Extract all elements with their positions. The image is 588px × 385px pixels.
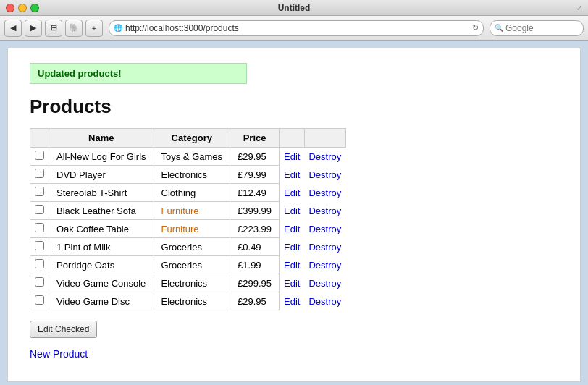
address-bar-container[interactable]: 🌐 ↻ (109, 20, 484, 36)
minimize-button[interactable] (18, 4, 27, 12)
edit-link[interactable]: Edit (284, 151, 300, 162)
row-checkbox-cell[interactable] (30, 166, 49, 184)
destroy-link[interactable]: Destroy (308, 242, 341, 253)
search-container[interactable]: 🔍 (490, 20, 584, 36)
table-row: Porridge Oats Groceries £1.99 Edit Destr… (30, 256, 346, 274)
row-destroy-cell[interactable]: Destroy (304, 148, 345, 166)
row-checkbox[interactable] (35, 151, 44, 160)
row-destroy-cell[interactable]: Destroy (304, 238, 345, 256)
row-name: Video Game Console (49, 274, 154, 292)
row-edit-cell[interactable]: Edit (280, 148, 305, 166)
row-destroy-cell[interactable]: Destroy (304, 166, 345, 184)
row-checkbox-cell[interactable] (30, 274, 49, 292)
row-checkbox-cell[interactable] (30, 292, 49, 310)
row-edit-cell[interactable]: Edit (280, 274, 305, 292)
forward-button[interactable]: ▶ (25, 20, 42, 37)
row-name: Video Game Disc (49, 292, 154, 310)
destroy-link[interactable]: Destroy (308, 224, 341, 234)
row-checkbox-cell[interactable] (30, 148, 49, 166)
window-controls[interactable] (6, 4, 39, 12)
row-name: Oak Coffee Table (49, 220, 154, 238)
col-header-edit (280, 129, 305, 148)
edit-link[interactable]: Edit (284, 187, 300, 198)
table-row: Video Game Console Electronics £299.95 E… (30, 274, 346, 292)
row-name: DVD Player (49, 166, 154, 184)
destroy-link[interactable]: Destroy (308, 278, 341, 289)
destroy-link[interactable]: Destroy (308, 260, 341, 271)
col-header-checkbox (30, 129, 49, 148)
new-product-link[interactable]: New Product (30, 348, 558, 360)
row-destroy-cell[interactable]: Destroy (304, 184, 345, 202)
row-checkbox-cell[interactable] (30, 238, 49, 256)
row-price: £1.99 (230, 256, 280, 274)
bookmark-button[interactable]: ⊞ (45, 20, 62, 37)
destroy-link[interactable]: Destroy (308, 187, 341, 198)
col-header-category: Category (154, 129, 230, 148)
row-checkbox-cell[interactable] (30, 256, 49, 274)
row-destroy-cell[interactable]: Destroy (304, 274, 345, 292)
col-header-name: Name (49, 129, 154, 148)
row-edit-cell[interactable]: Edit (280, 238, 305, 256)
row-category: Toys & Games (154, 148, 230, 166)
row-checkbox[interactable] (35, 169, 44, 178)
row-checkbox[interactable] (35, 259, 44, 268)
add-tab-button[interactable]: + (85, 20, 103, 37)
edit-link[interactable]: Edit (284, 260, 300, 271)
row-price: £79.99 (230, 166, 280, 184)
row-price: £0.49 (230, 238, 280, 256)
row-price: £12.49 (230, 184, 280, 202)
row-edit-cell[interactable]: Edit (280, 256, 305, 274)
row-checkbox[interactable] (35, 241, 44, 250)
row-category: Electronics (154, 166, 230, 184)
destroy-link[interactable]: Destroy (308, 206, 341, 216)
address-input[interactable] (125, 23, 472, 33)
destroy-link[interactable]: Destroy (308, 169, 341, 180)
edit-link[interactable]: Edit (284, 206, 300, 216)
row-destroy-cell[interactable]: Destroy (304, 220, 345, 238)
row-price: £223.99 (230, 220, 280, 238)
edit-link[interactable]: Edit (284, 242, 300, 253)
row-checkbox-cell[interactable] (30, 184, 49, 202)
table-row: Stereolab T-Shirt Clothing £12.49 Edit D… (30, 184, 346, 202)
destroy-link[interactable]: Destroy (308, 296, 341, 307)
row-name: 1 Pint of Milk (49, 238, 154, 256)
browser-content: Updated products! Products Name Category… (0, 41, 588, 385)
search-icon: 🔍 (495, 24, 503, 32)
close-button[interactable] (6, 4, 14, 12)
row-edit-cell[interactable]: Edit (280, 202, 305, 220)
edit-link[interactable]: Edit (284, 296, 300, 307)
edit-link[interactable]: Edit (284, 169, 300, 180)
row-edit-cell[interactable]: Edit (280, 292, 305, 310)
row-price: £29.95 (230, 148, 280, 166)
row-checkbox-cell[interactable] (30, 202, 49, 220)
back-button[interactable]: ◀ (4, 20, 22, 37)
edit-checked-button[interactable]: Edit Checked (30, 321, 97, 338)
row-checkbox-cell[interactable] (30, 220, 49, 238)
row-name: Black Leather Sofa (49, 202, 154, 220)
row-edit-cell[interactable]: Edit (280, 166, 305, 184)
edit-link[interactable]: Edit (284, 278, 300, 289)
row-price: £299.95 (230, 274, 280, 292)
maximize-button[interactable] (30, 4, 39, 12)
row-checkbox[interactable] (35, 295, 44, 305)
row-checkbox[interactable] (35, 187, 44, 196)
address-icon: 🌐 (114, 24, 122, 32)
row-destroy-cell[interactable]: Destroy (304, 292, 345, 310)
row-destroy-cell[interactable]: Destroy (304, 256, 345, 274)
search-input[interactable] (505, 23, 579, 33)
row-edit-cell[interactable]: Edit (280, 220, 305, 238)
edit-link[interactable]: Edit (284, 224, 300, 234)
row-checkbox[interactable] (35, 277, 44, 287)
destroy-link[interactable]: Destroy (308, 151, 341, 162)
extensions-button[interactable]: 🐘 (65, 20, 83, 37)
row-destroy-cell[interactable]: Destroy (304, 202, 345, 220)
table-row: All-New Log For Girls Toys & Games £29.9… (30, 148, 346, 166)
row-edit-cell[interactable]: Edit (280, 184, 305, 202)
row-category: Clothing (154, 184, 230, 202)
reload-button[interactable]: ↻ (472, 23, 479, 33)
row-checkbox[interactable] (35, 223, 44, 232)
table-row: Black Leather Sofa Furniture £399.99 Edi… (30, 202, 346, 220)
row-category: Furniture (154, 220, 230, 238)
row-checkbox[interactable] (35, 205, 44, 214)
row-price: £399.99 (230, 202, 280, 220)
